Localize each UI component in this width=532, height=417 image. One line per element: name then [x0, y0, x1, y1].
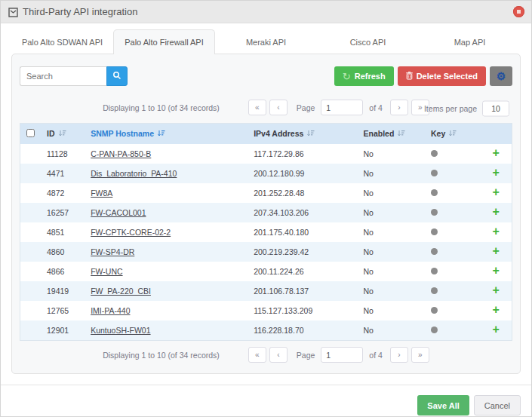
- cell-hostname: C-PAN-PA-850-B: [85, 144, 248, 164]
- cell-enabled: No: [357, 164, 425, 183]
- cell-enabled: No: [357, 144, 425, 164]
- row-select-cell: [20, 301, 41, 320]
- hostname-link[interactable]: FW-SP4-DR: [91, 247, 134, 256]
- tab-panel: ↻ Refresh Delete Selected ⚙ Displaying 1…: [11, 54, 521, 374]
- refresh-label: Refresh: [355, 72, 386, 81]
- add-icon[interactable]: +: [492, 166, 499, 179]
- last-page-button[interactable]: »: [411, 347, 429, 363]
- delete-selected-button[interactable]: Delete Selected: [398, 66, 486, 86]
- add-icon[interactable]: +: [492, 303, 499, 316]
- settings-button[interactable]: ⚙: [490, 66, 512, 86]
- cell-add: +: [480, 242, 512, 262]
- tab-meraki-api[interactable]: Meraki API: [215, 29, 317, 54]
- hostname-link[interactable]: Dis_Laboratorio_PA-410: [91, 169, 177, 178]
- column-header-ipv4-address[interactable]: IPv4 Address: [248, 124, 357, 144]
- tab-palo-alto-firewall-api[interactable]: Palo Alto Firewall API: [113, 29, 215, 54]
- search-group: [20, 66, 128, 86]
- hostname-link[interactable]: FW-CACOL001: [91, 208, 146, 217]
- sort-icon[interactable]: [397, 130, 405, 139]
- sort-icon[interactable]: [306, 130, 315, 139]
- select-all-cell: [20, 124, 41, 144]
- column-header-id[interactable]: ID: [41, 124, 85, 144]
- modal-header: Third-Party API integration: [1, 1, 531, 23]
- cell-ip: 200.11.224.26: [248, 262, 357, 281]
- add-icon[interactable]: +: [492, 264, 499, 277]
- key-dot-icon: [431, 248, 438, 255]
- tab-map-api[interactable]: Map API: [419, 29, 521, 54]
- hostname-link[interactable]: KuntuoSH-FW01: [91, 326, 150, 335]
- select-all-checkbox[interactable]: [26, 129, 35, 137]
- cell-id: 12765: [41, 301, 85, 320]
- items-per-page-label: Items per page: [424, 104, 477, 113]
- cell-hostname: FW-CACOL001: [85, 203, 248, 222]
- sort-icon[interactable]: [448, 130, 457, 139]
- records-summary: Displaying 1 to 10 (of 34 records): [103, 351, 220, 360]
- cancel-button[interactable]: Cancel: [474, 395, 521, 415]
- pagination-bottom: Displaying 1 to 10 (of 34 records) « ‹ P…: [12, 342, 520, 369]
- row-select-cell: [20, 222, 41, 242]
- hostname-link[interactable]: C-PAN-PA-850-B: [91, 149, 151, 158]
- cell-enabled: No: [357, 183, 425, 203]
- page-number-input[interactable]: [321, 100, 363, 115]
- sort-icon-active[interactable]: [157, 130, 165, 139]
- cell-ip: 200.12.180.99: [248, 164, 357, 183]
- page-number-input[interactable]: [321, 347, 363, 363]
- add-icon[interactable]: +: [492, 186, 499, 198]
- column-header-enabled[interactable]: Enabled: [357, 124, 425, 144]
- add-icon[interactable]: +: [492, 225, 499, 238]
- pager-controls: « ‹ Page of 4 › »: [248, 100, 429, 115]
- close-icon[interactable]: [513, 6, 524, 17]
- cell-ip: 207.34.103.206: [248, 203, 357, 222]
- cell-add: +: [480, 301, 512, 320]
- hostname-link[interactable]: FW-CPTK-CORE-02-2: [91, 228, 171, 237]
- save-all-button[interactable]: Save All: [417, 395, 469, 415]
- cell-key: [425, 242, 480, 262]
- add-icon[interactable]: +: [492, 244, 499, 257]
- cell-enabled: No: [357, 281, 425, 301]
- column-header-snmp-hostname[interactable]: SNMP Hostname: [85, 124, 248, 144]
- table-row: 4866 FW-UNC 200.11.224.26 No +: [20, 262, 512, 281]
- next-page-button[interactable]: ›: [390, 347, 408, 363]
- cell-hostname: FW-SP4-DR: [85, 242, 248, 262]
- refresh-button[interactable]: ↻ Refresh: [334, 66, 394, 86]
- add-icon[interactable]: +: [492, 146, 499, 159]
- hostname-link[interactable]: IMI-PA-440: [91, 306, 130, 315]
- tab-palo-alto-sdwan-api[interactable]: Palo Alto SDWAN API: [11, 29, 113, 54]
- hostname-link[interactable]: FW8A: [91, 189, 112, 198]
- search-button[interactable]: [106, 66, 128, 86]
- first-page-button[interactable]: «: [248, 100, 266, 115]
- search-input[interactable]: [20, 66, 106, 86]
- table-row: 11128 C-PAN-PA-850-B 117.172.29.86 No +: [20, 144, 512, 164]
- column-label-ipv4-address: IPv4 Address: [254, 129, 303, 138]
- table-row: 4860 FW-SP4-DR 200.219.239.42 No +: [20, 242, 512, 262]
- column-header-key[interactable]: Key: [425, 124, 512, 144]
- key-dot-icon: [431, 307, 438, 314]
- items-per-page-input[interactable]: [482, 100, 509, 116]
- hostname-link[interactable]: FW_PA-220_CBI: [91, 287, 151, 296]
- cell-key: [425, 301, 480, 320]
- cell-enabled: No: [357, 222, 425, 242]
- sort-icon[interactable]: [58, 130, 66, 139]
- cell-enabled: No: [357, 320, 425, 340]
- cell-id: 4866: [41, 262, 85, 281]
- first-page-button[interactable]: «: [248, 347, 266, 363]
- row-select-cell: [20, 183, 41, 203]
- cell-key: [425, 164, 480, 183]
- key-dot-icon: [431, 170, 438, 176]
- add-icon[interactable]: +: [492, 284, 499, 296]
- cell-hostname: IMI-PA-440: [85, 301, 248, 320]
- table-row: 12765 IMI-PA-440 115.127.133.209 No +: [20, 301, 512, 320]
- cell-id: 12901: [41, 320, 85, 340]
- prev-page-button[interactable]: ‹: [269, 347, 288, 363]
- key-dot-icon: [431, 150, 438, 157]
- tab-cisco-api[interactable]: Cisco API: [317, 29, 419, 54]
- cell-key: [425, 183, 480, 203]
- cell-add: +: [480, 203, 512, 222]
- prev-page-button[interactable]: ‹: [269, 100, 288, 115]
- add-icon[interactable]: +: [492, 205, 499, 218]
- hostname-link[interactable]: FW-UNC: [91, 267, 122, 276]
- next-page-button[interactable]: ›: [390, 100, 408, 115]
- cell-key: [425, 281, 480, 301]
- search-icon: [112, 69, 121, 83]
- add-icon[interactable]: +: [492, 323, 499, 336]
